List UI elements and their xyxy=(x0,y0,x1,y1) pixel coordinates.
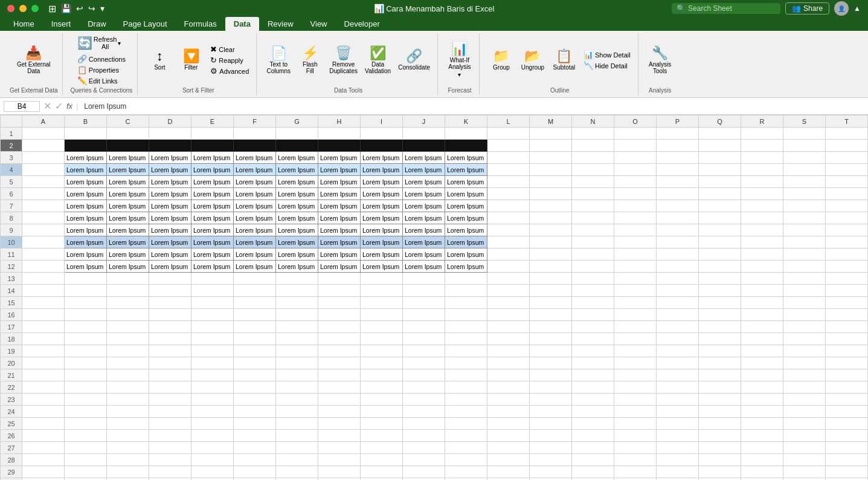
table-cell[interactable]: Lorem Ipsum xyxy=(107,188,149,200)
table-cell[interactable] xyxy=(783,345,826,357)
table-cell[interactable] xyxy=(276,357,318,369)
table-cell[interactable] xyxy=(572,152,614,164)
row-num-15[interactable]: 15 xyxy=(1,297,22,309)
table-cell[interactable] xyxy=(741,442,783,454)
table-cell[interactable]: Lorem Ipsum xyxy=(445,224,487,236)
table-cell[interactable] xyxy=(699,140,741,152)
table-cell[interactable] xyxy=(487,394,530,406)
table-cell[interactable]: Lorem Ipsum xyxy=(234,212,276,224)
table-cell[interactable] xyxy=(699,381,741,394)
table-cell[interactable] xyxy=(572,261,614,273)
table-cell[interactable]: Lorem Ipsum xyxy=(445,236,487,248)
table-cell[interactable] xyxy=(487,224,530,236)
table-cell[interactable] xyxy=(826,273,868,285)
table-cell[interactable] xyxy=(783,164,826,176)
table-cell[interactable] xyxy=(783,128,826,140)
table-cell[interactable] xyxy=(826,188,868,200)
table-cell[interactable] xyxy=(107,466,149,478)
table-cell[interactable] xyxy=(572,297,614,309)
table-cell[interactable] xyxy=(65,442,107,454)
table-cell[interactable]: Lorem Ipsum xyxy=(361,176,403,188)
table-cell[interactable] xyxy=(783,418,826,430)
cell-reference-box[interactable]: B4 xyxy=(4,101,40,112)
table-cell[interactable] xyxy=(107,297,149,309)
table-cell[interactable]: Lorem Ipsum xyxy=(403,236,445,248)
table-cell[interactable] xyxy=(22,357,65,369)
table-cell[interactable] xyxy=(741,224,783,236)
table-cell[interactable] xyxy=(487,248,530,261)
table-cell[interactable] xyxy=(487,442,530,454)
row-num-24[interactable]: 24 xyxy=(1,406,22,418)
table-cell[interactable] xyxy=(403,454,445,466)
table-cell[interactable] xyxy=(191,442,234,454)
table-cell[interactable] xyxy=(361,418,403,430)
table-cell[interactable]: Lorem Ipsum xyxy=(403,261,445,273)
table-cell[interactable] xyxy=(191,128,234,140)
table-cell[interactable] xyxy=(614,297,657,309)
table-cell[interactable] xyxy=(826,357,868,369)
table-cell[interactable] xyxy=(403,273,445,285)
table-cell[interactable] xyxy=(741,430,783,442)
table-cell[interactable] xyxy=(361,430,403,442)
table-cell[interactable] xyxy=(657,381,699,394)
table-cell[interactable]: Lorem Ipsum xyxy=(191,261,234,273)
table-cell[interactable] xyxy=(234,406,276,418)
table-cell[interactable] xyxy=(22,309,65,321)
table-cell[interactable] xyxy=(530,261,572,273)
table-cell[interactable] xyxy=(741,297,783,309)
table-cell[interactable] xyxy=(276,128,318,140)
data-validation-button[interactable]: ✅ DataValidation xyxy=(362,45,393,76)
table-cell[interactable] xyxy=(699,406,741,418)
table-cell[interactable] xyxy=(191,321,234,333)
table-cell[interactable] xyxy=(741,140,783,152)
table-cell[interactable] xyxy=(361,345,403,357)
table-cell[interactable] xyxy=(826,176,868,188)
row-num-7[interactable]: 7 xyxy=(1,200,22,212)
col-header-b[interactable]: B xyxy=(65,115,107,128)
table-cell[interactable] xyxy=(657,442,699,454)
sort-button[interactable]: ↕️ Sort xyxy=(145,48,174,72)
table-cell[interactable] xyxy=(318,381,361,394)
table-cell[interactable] xyxy=(487,454,530,466)
table-cell[interactable] xyxy=(22,369,65,381)
table-cell[interactable]: Lorem Ipsum xyxy=(403,212,445,224)
table-cell[interactable] xyxy=(699,345,741,357)
table-cell[interactable] xyxy=(22,164,65,176)
table-cell[interactable] xyxy=(445,454,487,466)
table-cell[interactable]: Lorem Ipsum xyxy=(234,236,276,248)
table-cell[interactable]: Lorem Ipsum xyxy=(361,212,403,224)
table-cell[interactable] xyxy=(149,478,191,481)
table-cell[interactable] xyxy=(741,152,783,164)
table-cell[interactable] xyxy=(487,140,530,152)
table-cell[interactable] xyxy=(65,333,107,345)
table-cell[interactable] xyxy=(530,321,572,333)
table-cell[interactable] xyxy=(657,357,699,369)
table-cell[interactable] xyxy=(572,418,614,430)
table-cell[interactable] xyxy=(22,430,65,442)
table-cell[interactable]: Lorem Ipsum xyxy=(318,236,361,248)
table-cell[interactable]: Lorem Ipsum xyxy=(403,200,445,212)
table-cell[interactable] xyxy=(22,333,65,345)
table-cell[interactable]: Lorem Ipsum xyxy=(191,236,234,248)
table-cell[interactable] xyxy=(234,418,276,430)
table-cell[interactable] xyxy=(22,285,65,297)
row-num-5[interactable]: 5 xyxy=(1,176,22,188)
table-cell[interactable] xyxy=(614,200,657,212)
col-header-d[interactable]: D xyxy=(149,115,191,128)
table-cell[interactable] xyxy=(276,345,318,357)
table-cell[interactable] xyxy=(445,128,487,140)
table-cell[interactable]: Lorem Ipsum xyxy=(107,224,149,236)
table-cell[interactable]: Lorem Ipsum xyxy=(276,212,318,224)
table-cell[interactable] xyxy=(614,466,657,478)
table-cell[interactable] xyxy=(149,297,191,309)
table-cell[interactable] xyxy=(65,309,107,321)
table-cell[interactable] xyxy=(107,430,149,442)
table-cell[interactable] xyxy=(445,285,487,297)
table-cell[interactable]: Lorem Ipsum xyxy=(65,248,107,261)
table-cell[interactable] xyxy=(234,140,276,152)
table-cell[interactable] xyxy=(445,406,487,418)
table-cell[interactable] xyxy=(530,333,572,345)
table-cell[interactable] xyxy=(530,285,572,297)
table-cell[interactable] xyxy=(614,140,657,152)
table-cell[interactable] xyxy=(699,236,741,248)
